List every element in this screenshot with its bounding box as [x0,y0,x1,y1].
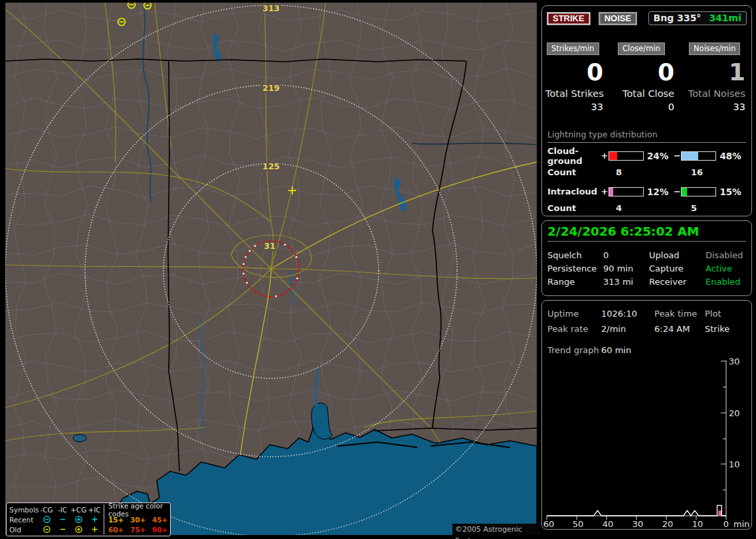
status-panel: 2/24/2026 6:25:02 AM Squelch 0 Upload Di… [541,220,752,296]
legend-row-old: Old [9,524,102,534]
legend-symbols-title: Symbols [9,506,39,514]
noises-per-min-value: 1 [688,59,745,86]
uptime-trend-panel: Uptime 1026:10 Peak time Plot Peak rate … [541,300,752,530]
ic-negative-bar [681,187,716,196]
x-tick-50: 50 [573,519,584,528]
plot-label: Plot [705,309,746,319]
legend-header-pic: +IC [86,506,102,514]
minus-icon [54,515,70,524]
distribution-title: Lightning type distribution [547,129,746,143]
status-row: Squelch 0 Upload Disabled [542,248,751,262]
circle-minus-icon [39,515,54,524]
x-tick-60: 60 [543,519,555,528]
bearing-value: Bng 335° [654,13,702,23]
x-tick-0: 0 [723,519,729,528]
circle-minus-icon [39,525,54,534]
legend-age-block: Strike age color codes 15+ 30+ 45+ 60+ 7… [104,504,174,534]
status-row: Persistence 90 min Capture Active [542,262,751,275]
trend-row: Trend graph 60 min [542,343,751,358]
uptime-value: 1026:10 [601,309,654,319]
intracloud-count-row: Count 4 5 [547,200,746,216]
intracloud-row: Intracloud + 12% − 15% [547,183,746,200]
legend-row-recent: Recent [9,514,102,524]
legend-symbols-block: Symbols -CG -IC +CG +IC Recent Old [9,504,102,534]
legend-header-nic: -IC [54,506,70,514]
y-tick-30: 30 [729,356,740,366]
age-code: 90+ [152,526,174,534]
bearing-range-value: 341mi [709,13,741,23]
noises-counter-column: Noises/min 1 Total Noises 33 [688,41,745,112]
uptime-label: Uptime [547,309,601,319]
cg-negative-pct: 48% [716,151,746,161]
age-code: 30+ [130,516,152,524]
minus-sign: − [674,187,682,196]
legend-box: Symbols -CG -IC +CG +IC Recent Old Strik… [6,502,171,536]
close-counter-column: Close/min 0 Total Close 0 [616,41,674,112]
legend-header-pcg: +CG [70,506,86,514]
peak-rate-value: 2/min [601,324,654,334]
age-code: 60+ [108,526,130,534]
y-tick-10: 10 [729,459,740,469]
peak-rate-label: Peak rate [547,324,601,334]
strikes-per-min-value: 0 [545,59,603,86]
trend-axis-labels: 30 20 10 60 50 40 30 20 10 0 min [543,356,750,528]
total-noises-value: 33 [688,102,745,112]
squelch-label: Squelch [547,250,603,260]
total-strikes-value: 33 [545,102,603,112]
total-noises-label: Total Noises [688,88,745,99]
y-tick-20: 20 [729,408,740,418]
plus-icon [86,515,102,524]
cloud-ground-count-row: Count 8 16 [547,164,746,180]
clock-display: 2/24/2026 6:25:02 AM [542,221,751,238]
strikes-per-min-button[interactable]: Strikes/min [547,42,599,55]
ic-positive-pct: 12% [644,187,674,197]
upload-label: Upload [649,250,706,260]
ring-label-219: 219 [262,83,280,93]
x-tick-30: 30 [632,519,644,528]
noises-per-min-button[interactable]: Noises/min [689,42,740,55]
ring-label-31: 31 [264,241,275,251]
capture-value: Active [706,264,746,273]
plus-sign: + [601,151,609,161]
map-canvas[interactable]: 313 219 125 31 [5,3,537,535]
age-code: 45+ [152,516,174,524]
divider [547,241,746,242]
range-label: Range [547,277,603,287]
circle-plus-icon [70,515,86,524]
cg-negative-count: 16 [691,167,746,177]
close-per-min-button[interactable]: Close/min [618,42,665,55]
ring-label-313: 313 [262,3,280,13]
strikes-counter-column: Strikes/min 0 Total Strikes 33 [545,41,603,112]
minus-icon [54,525,70,534]
peak-time-value: 6:24 AM [654,324,705,334]
copyright-text: ©2005 Astrogenic Systems [452,524,539,535]
range-value: 313 mi [603,277,649,287]
persistence-value: 90 min [603,264,649,273]
plot-value: Strike [705,324,746,334]
close-per-min-value: 0 [616,59,674,86]
receiver-label: Receiver [649,277,706,287]
trend-graph-label: Trend graph [547,345,601,355]
cg-positive-bar [609,151,644,161]
upload-value: Disabled [706,250,746,260]
ic-negative-pct: 15% [716,187,746,197]
status-row: Range 313 mi Receiver Enabled [542,275,751,288]
cloud-ground-row: Cloud-ground + 24% − 48% [547,147,746,164]
total-close-label: Total Close [616,88,674,99]
stats-row: Peak rate 2/min 6:24 AM Strike [542,321,751,337]
bearing-display: Bng 335° 341mi [648,11,747,25]
plus-icon [86,525,102,534]
x-axis-unit: min [733,519,750,528]
age-code: 15+ [108,516,130,524]
persistence-label: Persistence [547,264,603,273]
stats-row: Uptime 1026:10 Peak time Plot [542,306,751,321]
rate-counters: Strikes/min 0 Total Strikes 33 Close/min… [542,41,751,112]
strike-toggle-button[interactable]: STRIKE [547,12,591,25]
noise-toggle-button[interactable]: NOISE [599,12,637,25]
ring-label-125: 125 [262,161,280,171]
receiver-value: Enabled [706,277,746,287]
cg-negative-bar [681,151,716,161]
strike-stats-panel: STRIKE NOISE Bng 335° 341mi Strikes/min … [541,5,752,216]
capture-label: Capture [649,264,706,273]
trend-graph: 30 20 10 60 50 40 30 20 10 0 min [542,356,752,528]
